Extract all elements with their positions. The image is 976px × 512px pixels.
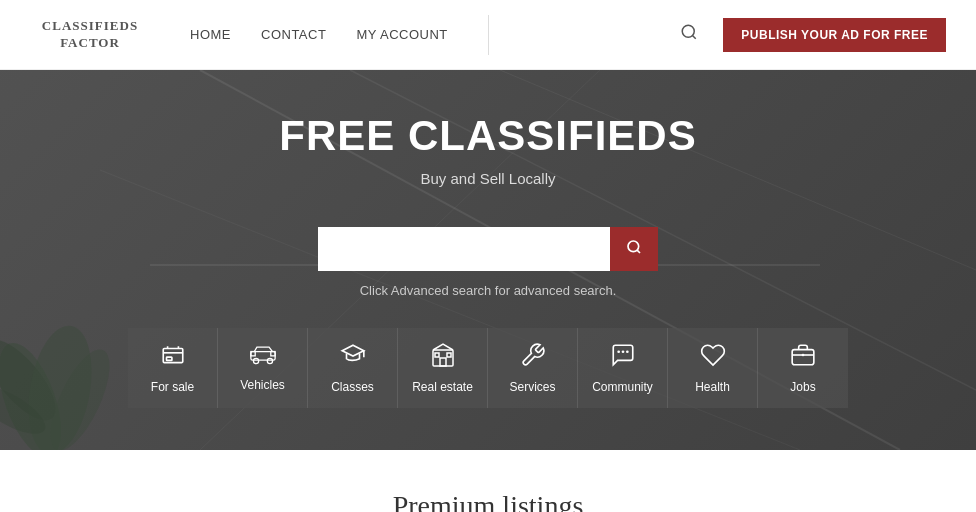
category-vehicles[interactable]: Vehicles (218, 328, 308, 408)
svg-rect-31 (792, 350, 814, 365)
hero-title: FREE CLASSIFIEDS (279, 112, 696, 160)
nav-my-account[interactable]: MY ACCOUNT (356, 27, 447, 42)
health-icon (700, 342, 726, 374)
svg-point-14 (628, 241, 639, 252)
vehicles-icon (250, 344, 276, 372)
premium-section: Premium listings (0, 450, 976, 512)
svg-point-19 (253, 358, 258, 363)
svg-rect-27 (447, 353, 451, 357)
main-nav: HOME CONTACT MY ACCOUNT (190, 15, 675, 55)
header-right: PUBLISH YOUR AD FOR FREE (675, 18, 946, 52)
premium-title: Premium listings (30, 490, 946, 512)
nav-home[interactable]: HOME (190, 27, 231, 42)
svg-rect-17 (166, 357, 171, 360)
svg-line-1 (693, 35, 696, 38)
hero-subtitle: Buy and Sell Locally (420, 170, 555, 187)
search-submit-button[interactable] (610, 227, 658, 271)
svg-rect-25 (440, 358, 446, 366)
header-search-button[interactable] (675, 18, 703, 51)
vehicles-label: Vehicles (240, 378, 285, 392)
health-label: Health (695, 380, 730, 394)
advanced-search-hint: Click Advanced search for advanced searc… (360, 283, 617, 298)
categories-bar: For sale Vehicles (0, 328, 976, 408)
svg-point-0 (683, 25, 695, 37)
publish-ad-button[interactable]: PUBLISH YOUR AD FOR FREE (723, 18, 946, 52)
classes-label: Classes (331, 380, 374, 394)
category-community[interactable]: Community (578, 328, 668, 408)
real-estate-icon (431, 342, 455, 374)
classes-icon (340, 342, 366, 374)
logo-text: CLASSIFIEDSFACTOR (42, 18, 138, 52)
category-classes[interactable]: Classes (308, 328, 398, 408)
category-real-estate[interactable]: Real estate (398, 328, 488, 408)
header: CLASSIFIEDSFACTOR HOME CONTACT MY ACCOUN… (0, 0, 976, 70)
services-icon (520, 342, 546, 374)
category-jobs[interactable]: Jobs (758, 328, 848, 408)
logo[interactable]: CLASSIFIEDSFACTOR (30, 18, 150, 52)
category-health[interactable]: Health (668, 328, 758, 408)
svg-point-20 (267, 358, 272, 363)
svg-rect-22 (270, 352, 274, 356)
hero-content: FREE CLASSIFIEDS Buy and Sell Locally Cl… (0, 112, 976, 298)
search-bar (318, 227, 658, 271)
category-services[interactable]: Services (488, 328, 578, 408)
services-label: Services (509, 380, 555, 394)
search-input[interactable] (318, 227, 610, 271)
svg-line-15 (637, 250, 640, 253)
jobs-icon (790, 342, 816, 374)
for-sale-label: For sale (151, 380, 194, 394)
category-for-sale[interactable]: For sale (128, 328, 218, 408)
hero-section: FREE CLASSIFIEDS Buy and Sell Locally Cl… (0, 70, 976, 450)
real-estate-label: Real estate (412, 380, 473, 394)
for-sale-icon (160, 342, 186, 374)
svg-rect-21 (250, 352, 254, 356)
nav-contact[interactable]: CONTACT (261, 27, 326, 42)
jobs-label: Jobs (790, 380, 815, 394)
community-icon (610, 342, 636, 374)
community-label: Community (592, 380, 653, 394)
nav-divider (488, 15, 489, 55)
search-submit-icon (626, 239, 642, 255)
search-icon (680, 23, 698, 41)
svg-rect-26 (435, 353, 439, 357)
